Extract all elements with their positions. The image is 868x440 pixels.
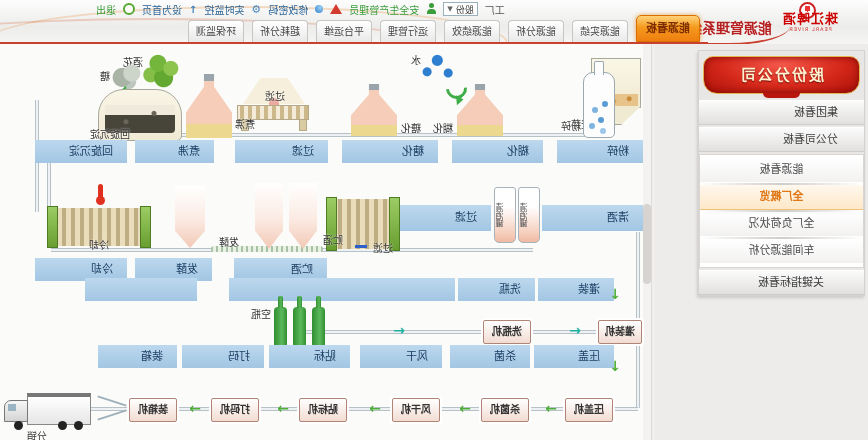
sidebar-item-group-dashboard[interactable]: 集团看板	[699, 100, 864, 125]
stage-box-casing: 装箱	[98, 345, 177, 368]
boil-kettle	[186, 74, 232, 138]
storage-label: 贮酒	[323, 232, 343, 247]
bottle-washing-machine: 洗瓶机	[483, 320, 531, 344]
water-drops-icon	[421, 52, 455, 82]
stage-box-bright-beer: 清酒	[542, 205, 643, 231]
sidebar-item-plant-load[interactable]: 全厂负荷状况	[700, 212, 863, 237]
tab-operation-mgmt[interactable]: 运行管理	[380, 20, 436, 42]
sidebar-item-energy-dashboard[interactable]: 能源看板	[700, 158, 863, 183]
tab-energy-performance[interactable]: 能源绩效	[444, 20, 500, 42]
header: 珠江啤酒 PEARL RIVER 能源管理系统 工厂 股份 ▼ 安全生产管理员 …	[0, 0, 868, 44]
empty-bottle-label: 空瓶	[251, 306, 271, 321]
tab-environment-monitor[interactable]: 环保监测	[188, 20, 244, 42]
mill-vessel	[583, 72, 615, 138]
flow-down-arrow: ↓	[609, 360, 621, 372]
stage-box-bottle-wash: 洗瓶	[458, 278, 535, 301]
empty-bottles-icon	[274, 307, 325, 347]
stage-box-unlabeled	[85, 278, 197, 301]
casing-machine: 装箱机	[129, 398, 177, 422]
sidebar-panel: 股份分公司 集团看板 分公司看板 能源看板 全厂概览 全厂负荷状况 车间能源分析…	[698, 50, 865, 296]
vertical-scrollbar[interactable]	[642, 44, 652, 440]
water-label: 水	[411, 52, 421, 67]
bright-beer-tank: 清酒罐	[518, 187, 540, 243]
stage-box-filtration: 过滤	[399, 205, 491, 231]
logout-icon	[123, 3, 135, 15]
exchanger-end-plate	[140, 206, 151, 248]
flow-arrow: ←	[569, 324, 581, 336]
labeling-machine: 贴标机	[299, 398, 347, 422]
brand-block: 珠江啤酒 PEARL RIVER	[782, 13, 838, 35]
sidebar-submenu: 能源看板 全厂概览 全厂负荷状况 车间能源分析	[699, 154, 864, 268]
bottle-icon	[312, 307, 325, 347]
truck-wheel	[14, 421, 23, 430]
sidebar-item-plant-overview[interactable]: 全厂概览	[700, 185, 863, 210]
sidebar-item-kpi-dashboard[interactable]: 关键指标看板	[699, 270, 864, 295]
logged-in-user: 安全生产管理员	[349, 2, 419, 17]
blue-tick	[355, 245, 367, 248]
header-red-curve	[694, 26, 790, 44]
exchanger-end-plate	[47, 206, 58, 248]
flow-arrow: →	[545, 402, 557, 414]
ferment-label: 发酵	[219, 234, 239, 249]
crush-label: 粉碎	[561, 118, 581, 133]
logout-link[interactable]: 退出	[96, 2, 116, 17]
gear-icon: ⚙	[251, 3, 261, 16]
flow-arrow: ←	[393, 324, 405, 336]
sugar-lump-icon	[111, 62, 143, 90]
pasteurizing-machine: 杀菌机	[481, 398, 529, 422]
set-homepage-link[interactable]: 设为首页	[142, 2, 182, 17]
company-name: 珠江啤酒	[782, 13, 838, 24]
realtime-monitor-link[interactable]: 实时监控	[204, 2, 244, 17]
storage-tank	[289, 183, 317, 249]
fork-pipe	[97, 409, 126, 420]
tab-overuse-analysis[interactable]: 超耗分析	[252, 20, 308, 42]
saccharification-kettle	[351, 84, 397, 136]
sidebar-banner: 股份分公司	[703, 56, 860, 94]
stage-box-lauter: 过滤	[235, 140, 328, 163]
user-icon	[426, 3, 436, 15]
stage-box-labeling: 贴标	[269, 345, 350, 368]
change-password-link[interactable]: 修改密码	[268, 2, 308, 17]
stage-box-pasteurize: 杀菌	[450, 345, 530, 368]
flow-down-arrow: ↓	[609, 288, 621, 300]
password-icon	[315, 5, 323, 13]
tab-energy-analysis[interactable]: 能源分析	[508, 20, 564, 42]
gelatinization-label: 糊化	[433, 120, 453, 135]
truck-wheel	[74, 421, 83, 430]
factory-select-value: 股份	[456, 3, 474, 16]
stage-box-coding: 打码	[182, 345, 264, 368]
stage-box-unlabeled	[229, 278, 455, 301]
flow-arrow: →	[277, 402, 289, 414]
tab-platform-ops[interactable]: 平台运维	[316, 20, 372, 42]
fermenter-tank	[175, 186, 205, 248]
truck-wheel	[58, 421, 67, 430]
stage-box-gelatinization: 糊化	[452, 140, 543, 163]
chevron-down-icon: ▼	[447, 5, 452, 13]
truck-trailer	[27, 393, 91, 425]
boil-label: 煮沸	[235, 116, 255, 131]
stage-box-whirlpool: 回旋沉淀	[35, 140, 127, 163]
bright-beer-tank: 清酒罐	[494, 187, 516, 243]
stage-box-saccharification: 糖化	[342, 140, 438, 163]
pipe	[636, 232, 640, 328]
tab-energy-dashboard[interactable]: 能源看板	[636, 15, 700, 42]
sidebar-item-branch-dashboard[interactable]: 分公司看板	[699, 127, 864, 152]
stage-box-crush: 粉碎	[557, 140, 643, 163]
factory-label: 工厂	[485, 2, 505, 17]
coding-machine: 打码机	[211, 398, 259, 422]
energy-dashboard-app: 珠江啤酒 PEARL RIVER 能源管理系统 工厂 股份 ▼ 安全生产管理员 …	[0, 0, 868, 440]
factory-select[interactable]: 股份 ▼	[443, 2, 477, 16]
flow-arrow: →	[189, 402, 201, 414]
sidebar-item-workshop-analysis[interactable]: 车间能源分析	[700, 239, 863, 264]
conveyor-line	[303, 330, 603, 334]
capping-machine: 压盖机	[565, 398, 613, 422]
sidebar: 股份分公司 集团看板 分公司看板 能源看板 全厂概览 全厂负荷状况 车间能源分析…	[655, 44, 868, 440]
thermometer-icon	[98, 184, 103, 199]
stage-box-capping: 压盖	[534, 345, 614, 368]
utility-bar: 工厂 股份 ▼ 安全生产管理员 修改密码 ⚙ 实时监控 ↑ 设为首页 退出	[96, 2, 505, 16]
company-name-en: PEARL RIVER	[782, 24, 838, 35]
hops-icon	[142, 54, 182, 90]
alarm-warning-icon[interactable]	[330, 4, 342, 14]
tab-energy-actual[interactable]: 能源实绩	[572, 20, 628, 42]
scrollbar-thumb[interactable]	[643, 204, 651, 284]
